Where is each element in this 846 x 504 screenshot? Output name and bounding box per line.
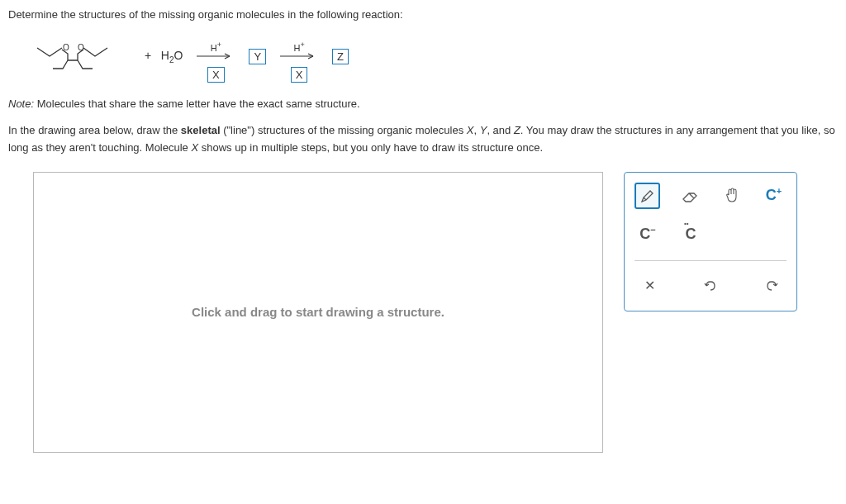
svg-text:O: O — [63, 43, 69, 52]
redo-icon — [763, 278, 780, 294]
drawing-canvas[interactable]: Click and drag to start drawing a struct… — [33, 172, 603, 453]
undo-icon — [702, 278, 719, 294]
svg-text:O: O — [78, 43, 84, 52]
note-body: Molecules that share the same letter hav… — [34, 97, 360, 110]
clear-button[interactable]: ✕ — [634, 271, 664, 301]
eraser-tool[interactable] — [677, 183, 702, 209]
carbon-radical-tool[interactable]: C •• — [677, 221, 704, 248]
note-label: Note: — [8, 97, 34, 110]
starting-material-structure: O O — [33, 36, 132, 77]
intermediate-y: Y — [249, 49, 266, 64]
reagent-text: + H2O — [145, 49, 183, 64]
pencil-icon — [639, 188, 656, 204]
instruction-paragraph: In the drawing area below, draw the skel… — [8, 122, 838, 157]
eraser-icon — [681, 188, 699, 204]
redo-button[interactable] — [757, 271, 787, 301]
carbon-anion-tool[interactable]: C− — [634, 221, 661, 248]
carbon-cation-tool[interactable]: C+ — [761, 183, 787, 209]
pencil-tool[interactable] — [634, 183, 660, 209]
product-z: Z — [332, 49, 349, 64]
undo-button[interactable] — [696, 271, 725, 301]
arrow-step-2: H+ X — [278, 52, 320, 60]
byproduct-x-2: X — [291, 67, 308, 83]
arrow-1-label: H+ — [211, 40, 221, 53]
canvas-placeholder-text: Click and drag to start drawing a struct… — [192, 305, 444, 319]
reaction-scheme: O O + H2O H+ X Y H+ X Z — [33, 36, 838, 77]
workspace: Click and drag to start drawing a struct… — [8, 172, 838, 453]
arrow-step-1: H+ X — [195, 52, 236, 60]
close-icon: ✕ — [644, 278, 655, 293]
hand-icon — [724, 187, 740, 205]
question-prompt: Determine the structures of the missing … — [8, 8, 838, 21]
arrow-2-label: H+ — [293, 40, 304, 53]
drawing-toolbar: C+ C− C •• ✕ — [624, 172, 797, 311]
byproduct-x-1: X — [207, 67, 225, 83]
note-text: Note: Molecules that share the same lett… — [8, 97, 838, 110]
hand-tool[interactable] — [719, 183, 744, 209]
